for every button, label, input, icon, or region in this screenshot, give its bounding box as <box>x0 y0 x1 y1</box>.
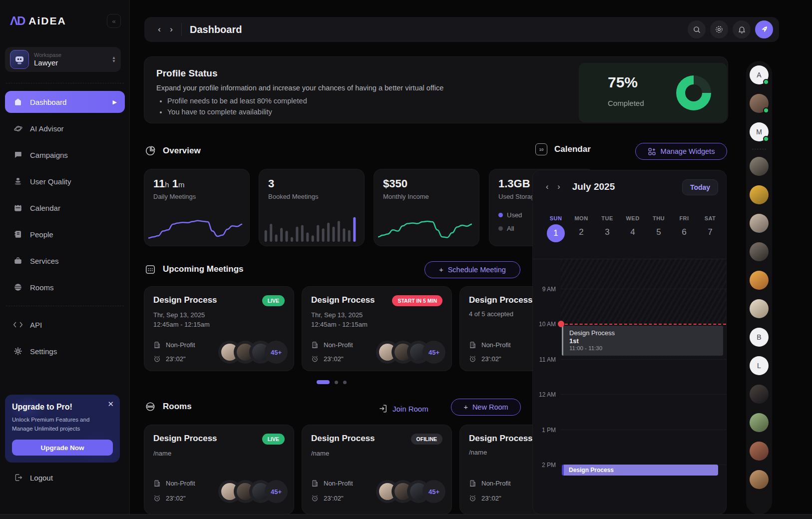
day-column-fri[interactable]: FRI 6 <box>671 215 697 237</box>
new-room-button[interactable]: + New Room <box>451 399 521 416</box>
upgrade-description: Unlock Premium Features and Manage Unlim… <box>12 416 102 434</box>
meeting-time: 12:45am - 12:15am <box>311 321 368 328</box>
avatar[interactable]: M <box>750 122 769 141</box>
bell-icon <box>738 25 746 34</box>
pagination-dot-active[interactable] <box>317 380 330 384</box>
building-icon <box>469 341 476 349</box>
avatar[interactable]: A <box>750 65 769 84</box>
avatar[interactable] <box>750 442 769 461</box>
calendar-event[interactable]: Design Process <box>562 465 718 476</box>
forward-icon[interactable]: › <box>165 24 177 34</box>
stat-card-monthly-income[interactable]: $350 Monthly Income <box>374 169 479 246</box>
search-button[interactable] <box>688 20 706 38</box>
sidebar-item-api[interactable]: API <box>5 314 125 336</box>
pagination-dot[interactable] <box>335 381 338 384</box>
schedule-meeting-button[interactable]: + Schedule Meeting <box>424 261 520 278</box>
sidebar-item-user-quality[interactable]: User Quality <box>5 170 125 192</box>
time-label: 11 AM <box>533 356 556 363</box>
online-status-dot <box>763 107 769 113</box>
join-room-button[interactable]: Join Room <box>378 400 428 417</box>
logout-button[interactable]: Logout <box>14 473 53 482</box>
day-column-mon[interactable]: MON 2 <box>568 215 594 237</box>
sidebar-item-ai-advisor[interactable]: AI Advisor <box>5 117 125 139</box>
manage-widgets-button[interactable]: Manage Widgets <box>635 143 727 160</box>
planet-icon <box>13 123 23 133</box>
today-button[interactable]: Today <box>682 179 718 195</box>
calendar-grid-icon <box>145 264 156 275</box>
day-column-sun[interactable]: SUN 1 <box>543 215 569 242</box>
day-column-sat[interactable]: SAT 7 <box>697 215 723 237</box>
day-column-thu[interactable]: THU 5 <box>646 215 672 237</box>
boost-button[interactable] <box>755 20 773 38</box>
member-avatars: 45+ <box>376 480 445 503</box>
avatar[interactable] <box>750 214 769 233</box>
sidebar-item-dashboard[interactable]: Dashboard ▶ <box>5 91 125 113</box>
page-title: Dashboard <box>190 24 242 35</box>
meeting-card[interactable]: Design Process START IN 5 MIN Thr, Sep 1… <box>302 286 452 371</box>
avatar[interactable] <box>750 185 769 204</box>
building-icon <box>469 480 476 487</box>
legend-label: Used <box>507 211 522 219</box>
logout-icon <box>14 473 23 482</box>
calendar-title: Calendar <box>554 144 591 154</box>
pagination-dot[interactable] <box>343 381 347 384</box>
avatar[interactable]: B <box>750 328 769 347</box>
avatar[interactable] <box>750 385 769 404</box>
room-card[interactable]: Design Process LIVE /name Non-Profit 23'… <box>144 425 294 515</box>
day-column-wed[interactable]: WED 4 <box>620 215 646 237</box>
start-soon-badge: START IN 5 MIN <box>392 295 442 306</box>
back-icon[interactable]: ‹ <box>153 24 165 34</box>
meeting-date: Thr, Sep 13, 2025 <box>153 311 205 319</box>
chevron-sort-icon[interactable]: ▲▼ <box>112 56 116 63</box>
avatar[interactable]: L <box>750 356 769 375</box>
meeting-card[interactable]: Design Process LIVE Thr, Sep 13, 202512:… <box>144 286 294 371</box>
avatar[interactable] <box>750 94 769 113</box>
stat-value: 3 <box>268 177 355 190</box>
stat-card-booked-meetings[interactable]: 3 Booked Meetings <box>259 169 365 246</box>
room-title: Design Process <box>469 434 533 444</box>
meeting-accepted: 4 of 5 accepted <box>469 310 513 318</box>
avatar[interactable] <box>750 271 769 290</box>
record-button[interactable] <box>710 20 728 38</box>
calendar-event[interactable]: Design Process 1st 11:00 - 11:30 <box>562 326 723 356</box>
workspace-selector[interactable]: Workspase Lawyer ▲▼ <box>5 47 121 72</box>
avatar[interactable] <box>750 299 769 318</box>
day-column-tue[interactable]: TUE 3 <box>594 215 620 237</box>
time-label: 1 PM <box>533 427 556 434</box>
sidebar-collapse-icon[interactable]: « <box>107 14 121 28</box>
stat-card-daily-meetings[interactable]: 11h 1m Daily Meetings <box>144 169 250 246</box>
notifications-button[interactable] <box>733 20 751 38</box>
avatar[interactable] <box>750 242 769 261</box>
upgrade-card: ✕ Upgrade to Pro! Unlock Premium Feature… <box>5 395 120 463</box>
room-card[interactable]: Design Process OFILINE /name Non-Profit … <box>302 425 452 515</box>
sidebar-item-settings[interactable]: Settings <box>5 340 125 362</box>
chat-bubble-icon <box>13 150 23 160</box>
room-org: Non-Profit <box>166 480 195 487</box>
next-month-icon[interactable]: › <box>557 182 560 191</box>
alarm-icon <box>469 495 476 502</box>
sidebar-item-label: API <box>30 321 42 329</box>
sidebar-item-campaigns[interactable]: Campaigns <box>5 144 125 166</box>
offline-badge: OFILINE <box>411 434 442 445</box>
sidebar-item-calendar[interactable]: Calendar <box>5 197 125 219</box>
prev-month-icon[interactable]: ‹ <box>546 182 548 191</box>
plus-icon: + <box>463 403 467 411</box>
avatar[interactable] <box>750 413 769 432</box>
gridline <box>561 289 726 289</box>
time-label: 9 AM <box>533 286 556 293</box>
close-icon[interactable]: ✕ <box>107 400 114 409</box>
time-label: 2 PM <box>533 462 556 469</box>
used-legend-dot <box>498 213 503 217</box>
upgrade-now-button[interactable]: Upgrade Now <box>12 440 113 456</box>
avatar[interactable] <box>750 470 769 489</box>
meeting-title: Design Process <box>469 295 533 305</box>
carousel-pagination[interactable] <box>317 380 347 384</box>
sidebar-item-rooms[interactable]: Rooms <box>5 276 125 298</box>
sidebar-item-services[interactable]: Services <box>5 250 125 272</box>
sidebar-item-people[interactable]: People <box>5 223 125 245</box>
sidebar-item-label: Settings <box>30 347 57 356</box>
selected-date[interactable]: 1 <box>547 224 565 242</box>
sidebar-item-label: AI Advisor <box>30 124 64 133</box>
avatar[interactable] <box>750 157 769 176</box>
app-logo: ΛD AiDEA <box>10 14 66 28</box>
